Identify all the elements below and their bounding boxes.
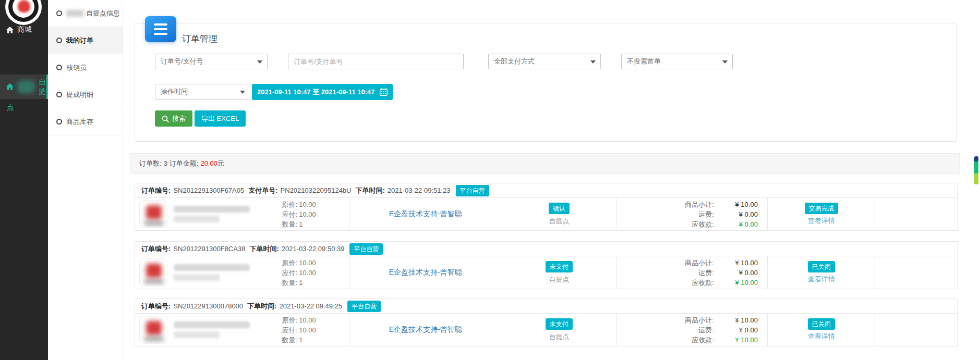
redacted-image [144, 279, 164, 284]
circle-icon [56, 38, 62, 43]
quantity: 1 [299, 220, 303, 228]
store-name-link[interactable]: E企盈技术支持-曾智聪 [389, 325, 462, 334]
pay-status-badge: 未支付 [546, 318, 573, 330]
circle-icon [56, 10, 62, 16]
search-button[interactable]: 搜索 [155, 110, 192, 127]
payable-label: 应付: [282, 326, 298, 334]
scrollbar-track [973, 0, 980, 360]
receivable-label: 应收款: [622, 219, 714, 229]
orig-price: 10.00 [299, 259, 316, 267]
pay-status-badge: 确认 [549, 203, 570, 214]
product-image [139, 200, 167, 228]
order-amount-unit: 元 [217, 159, 224, 167]
chevron-down-icon [257, 60, 262, 64]
orig-price: 10.00 [299, 201, 316, 208]
order-header: 订单编号:SN2012291300078000 下单时间:2021-03-22 … [135, 299, 958, 314]
sidebar-item-mall[interactable]: 商城 [0, 19, 48, 41]
order-no: SN2012291300F8CA38 [173, 245, 245, 253]
time-type-select[interactable]: 操作时间 [155, 84, 250, 100]
sidebar-item-label-wrapped: 点 [7, 103, 14, 113]
scrollbar-thumb[interactable] [974, 156, 978, 184]
order-header: 订单编号:SN2012291300F8CA38 下单时间:2021-03-22 … [135, 241, 958, 256]
order-number-input[interactable] [288, 54, 464, 69]
redacted-product-name [174, 264, 252, 281]
order-card: 订单编号:SN2012291300F67A05 支付单号:PN202103220… [135, 183, 958, 231]
redacted-pickup-name [17, 80, 35, 93]
submenu-item-label: 我的订单 [66, 36, 93, 45]
product-cell: 原价:10.00 应付:10.00 数量:1 [135, 256, 349, 289]
shipping-label: 运费: [622, 268, 714, 278]
order-state-badge: 已关闭 [808, 318, 835, 330]
order-no-label: 订单编号: [141, 302, 171, 310]
redacted-prefix [66, 10, 84, 17]
store-name-link[interactable]: E企盈技术支持-曾智聪 [389, 268, 462, 277]
order-summary-bar: 订单数:3订单金额:20.00元 [130, 153, 960, 174]
subtotal-label: 商品小计: [622, 315, 714, 325]
subtotal-value: ¥ 10.00 [714, 200, 758, 209]
empty-cell [875, 314, 957, 346]
price-block: 原价:10.00 应付:10.00 数量:1 [282, 315, 318, 345]
product-cell: 原价:10.00 应付:10.00 数量:1 [135, 198, 349, 230]
state-cell: 交易完成 查看详情 [767, 198, 875, 230]
submenu-item-commission-detail[interactable]: 提成明细 [48, 81, 123, 108]
submenu-item-label: 提成明细 [66, 90, 93, 100]
pay-status-cell: 未支付 自提点 [502, 314, 616, 346]
quantity-label: 数量: [282, 220, 298, 228]
submenu-item-my-orders[interactable]: 我的订单 [48, 27, 123, 54]
export-excel-button[interactable]: 导出 EXCEL [195, 110, 246, 127]
redacted-image [146, 264, 162, 278]
redacted-product-name [174, 321, 252, 338]
order-card: 订单编号:SN2012291300F8CA38 下单时间:2021-03-22 … [135, 241, 958, 289]
circle-icon [56, 65, 62, 70]
sidebar-item-label: 商城 [17, 25, 32, 34]
redacted-image [146, 321, 162, 335]
page-title: 订单管理 [182, 33, 217, 45]
order-no-label: 订单编号: [141, 245, 171, 253]
subtotal-value: ¥ 10.00 [714, 315, 758, 325]
payable: 10.00 [299, 269, 316, 277]
shipping-label: 运费: [622, 325, 714, 335]
submenu-item-label: 自提点信息 [86, 9, 120, 18]
order-number-type-select[interactable]: 订单号/支付号 [155, 54, 268, 69]
submenu-item-pickup-info[interactable]: 自提点信息 [48, 0, 123, 27]
pay-no: PN20210322095124bU [281, 187, 352, 194]
sidebar-item-pickup-point[interactable]: 自提 [0, 75, 48, 99]
subtotal-label: 商品小计: [622, 200, 714, 209]
pay-method-select[interactable]: 全部支付方式 [488, 54, 601, 69]
redacted-image [144, 337, 164, 341]
state-cell: 已关闭 查看详情 [767, 314, 875, 346]
shipping-value: ¥ 0.00 [714, 325, 758, 335]
order-no: SN2012291300F67A05 [173, 187, 244, 194]
view-detail-link[interactable]: 查看详情 [808, 275, 835, 284]
order-time-label: 下单时间: [247, 302, 276, 310]
product-cell: 原价:10.00 应付:10.00 数量:1 [135, 314, 349, 346]
circle-icon [56, 119, 62, 125]
platform-badge: 平台自营 [456, 185, 489, 196]
receivable-value: ¥ 0.00 [714, 219, 758, 229]
store-cell: E企盈技术支持-曾智聪 [349, 198, 502, 230]
store-name-link[interactable]: E企盈技术支持-曾智聪 [389, 209, 462, 219]
order-filter-panel: 订单管理 订单号/支付号 全部支付方式 不搜索首单 操作时间 2021-09-1… [135, 23, 957, 142]
dark-sidebar: 商城 自提 点 [0, 0, 48, 360]
quantity-label: 数量: [282, 336, 298, 344]
state-cell: 已关闭 查看详情 [767, 256, 875, 289]
select-value: 全部支付方式 [494, 57, 535, 65]
select-value: 不搜索首单 [627, 57, 661, 65]
date-range-button[interactable]: 2021-09-11 10:47 至 2021-09-11 10:47 [252, 84, 393, 100]
orig-price-label: 原价: [282, 201, 298, 208]
order-time: 2021-03-22 09:49:25 [279, 302, 342, 310]
order-body: 原价:10.00 应付:10.00 数量:1 E企盈技术支持-曾智聪 未支付 自… [135, 314, 958, 346]
logo-flower-icon [18, 0, 30, 13]
export-button-label: 导出 EXCEL [201, 114, 239, 123]
submenu-item-verifier[interactable]: 核销员 [48, 54, 123, 81]
view-detail-link[interactable]: 查看详情 [808, 216, 835, 226]
redacted-product-name [174, 206, 252, 222]
submenu-sidebar: 自提点信息 我的订单 核销员 提成明细 商品库存 [48, 0, 123, 360]
submenu-item-product-stock[interactable]: 商品库存 [48, 108, 123, 135]
first-order-select[interactable]: 不搜索首单 [621, 54, 733, 69]
order-count: 3 [164, 159, 167, 167]
main-content: 订单管理 订单号/支付号 全部支付方式 不搜索首单 操作时间 2021-09-1… [123, 0, 980, 360]
menu-toggle-button[interactable] [145, 16, 176, 42]
view-detail-link[interactable]: 查看详情 [808, 332, 835, 341]
order-state-badge: 交易完成 [805, 203, 838, 214]
